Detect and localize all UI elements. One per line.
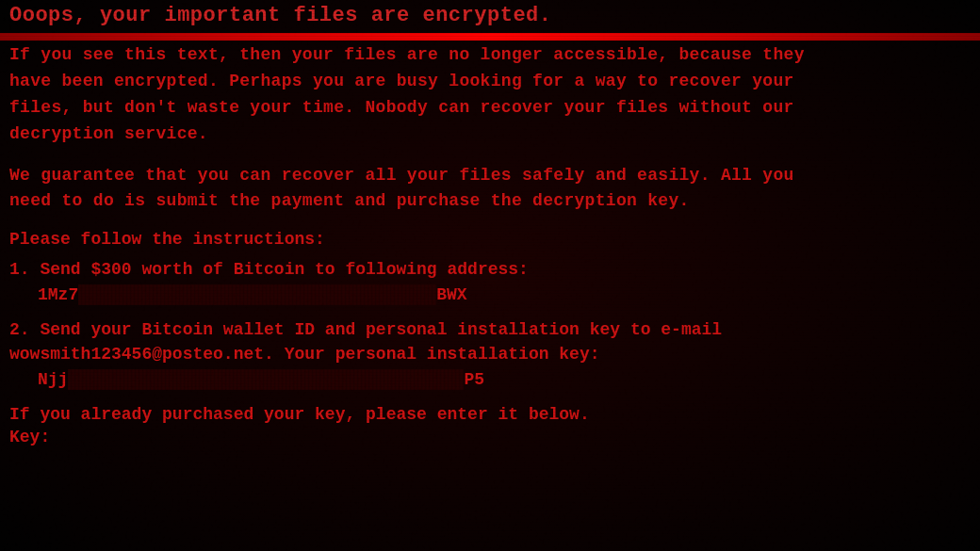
instructions-header: Please follow the instructions: [9,230,971,249]
top-text: Ooops, your important files are encrypte… [0,0,980,33]
paragraph-2: We guarantee that you can recover all yo… [9,163,971,216]
install-key-middle [68,369,464,390]
bitcoin-address-middle [78,284,436,305]
bitcoin-address-start: 1Mz7 [38,285,78,304]
step2-email: wowsmith123456@posteo.net. Your personal… [9,345,971,364]
step1-label: 1. Send $300 worth of Bitcoin to followi… [9,260,971,279]
enter-key-text: If you already purchased your key, pleas… [9,405,971,424]
ransomware-screen: Ooops, your important files are encrypte… [0,0,980,551]
bitcoin-address-line: 1Mz7 BWX [38,284,971,305]
install-key-line: Njj P5 [38,369,971,390]
bitcoin-address-end: BWX [436,285,466,304]
step2-label: 2. Send your Bitcoin wallet ID and perso… [9,320,971,339]
main-content: If you see this text, then your files ar… [0,42,980,446]
install-key-start: Njj [38,370,68,389]
paragraph-1: If you see this text, then your files ar… [9,42,971,148]
install-key-end: P5 [464,370,484,389]
key-prompt: Key: [9,428,971,446]
red-bar-top [0,33,980,41]
